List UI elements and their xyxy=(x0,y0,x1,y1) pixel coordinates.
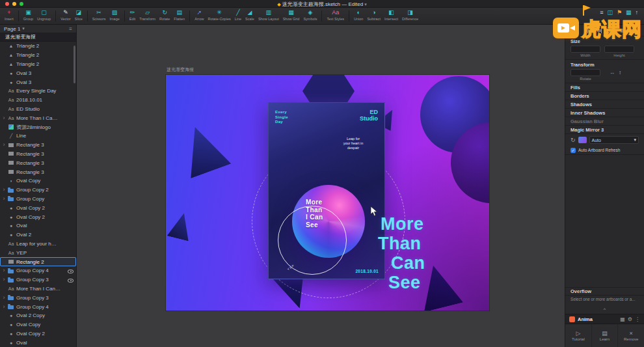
expand-chevron-icon[interactable]: › xyxy=(2,115,6,121)
rotate-input[interactable] xyxy=(570,69,600,76)
layer-row-group-copy-4[interactable]: ›Group Copy 4 xyxy=(0,266,76,275)
expand-chevron-icon[interactable]: › xyxy=(2,268,6,273)
layer-row-rectangle-2[interactable]: Rectangle 2 xyxy=(0,257,76,266)
section-inner-shadows[interactable]: Inner Shadows xyxy=(565,109,644,117)
collapse-chevron-icon[interactable]: ^ xyxy=(565,307,644,314)
page-list-icon[interactable]: ≡ xyxy=(69,26,72,32)
mirror-thumbnail[interactable] xyxy=(578,137,587,143)
artboard[interactable]: EverySingleDay EDStudio Leap foryour hea… xyxy=(166,75,489,311)
layer-row-group-copy-3[interactable]: ›Group Copy 3 xyxy=(0,275,76,285)
page-selector[interactable]: Page 1 ▾ ≡ xyxy=(0,25,76,33)
layer-row-more-than-i-ca[interactable]: ›AaMore Than I Ca… xyxy=(0,113,76,122)
height-input[interactable] xyxy=(604,46,634,53)
layers-scrollbar[interactable] xyxy=(74,46,75,83)
tutorial-button[interactable]: ▷Tutorial xyxy=(565,324,591,347)
layer-row-every-single-day[interactable]: AaEvery Single Day xyxy=(0,87,76,96)
toolbar-line-button[interactable]: ╱Line xyxy=(235,9,241,21)
poster-studio-logo-text[interactable]: EDStudio xyxy=(360,109,378,122)
toolbar-text-styles-button[interactable]: AaText Styles xyxy=(327,9,344,21)
layer-row-group-copy-2[interactable]: ›Group Copy 2 xyxy=(0,186,76,195)
gear-icon[interactable]: ⚙ xyxy=(628,316,632,322)
expand-chevron-icon[interactable]: › xyxy=(2,295,6,301)
learn-button[interactable]: ▤Learn xyxy=(591,324,618,347)
layer-row-oval-copy[interactable]: ●Oval Copy xyxy=(0,320,76,329)
layer-row-group-copy[interactable]: ›Group Copy xyxy=(0,195,76,204)
canvas[interactable]: 迷光渐变海报 EverySingleDay EDStudio Leap fory… xyxy=(77,25,565,347)
toolbar-symbols-button[interactable]: ◈Symbols xyxy=(303,9,317,21)
toolbar-vector-button[interactable]: ✎Vector xyxy=(60,9,71,21)
artboard-title-label[interactable]: 迷光渐变海报 xyxy=(167,66,194,73)
toolbar-slice-button[interactable]: ◪Slice xyxy=(75,9,83,21)
layer-row-rectangle-3[interactable]: Rectangle 3 xyxy=(0,150,76,159)
expand-chevron-icon[interactable]: › xyxy=(2,277,6,283)
toolbar-transform-button[interactable]: ▱Transform xyxy=(139,9,155,21)
expand-chevron-icon[interactable]: › xyxy=(2,304,6,310)
toolbar-scale-button[interactable]: ◢Scale xyxy=(245,9,254,21)
expand-chevron-icon[interactable]: › xyxy=(2,187,6,193)
layer-row-more-than-i-can[interactable]: AaMore Than I Can… xyxy=(0,285,76,294)
section-fills[interactable]: Fills xyxy=(565,83,644,92)
toolbar-rotate-button[interactable]: ↻Rotate xyxy=(159,9,170,21)
layer-row-triangle-2[interactable]: ▲Triangle 2 xyxy=(0,51,76,60)
overflow-section[interactable]: Overflow xyxy=(565,287,644,296)
poster-tagline-text[interactable]: Leap foryour heart indespair xyxy=(329,137,378,150)
toolbar-arrow-button[interactable]: ↗Arrow xyxy=(195,9,204,21)
layer-row-rectangle-3[interactable]: Rectangle 3 xyxy=(0,158,76,167)
layer-row-line[interactable]: ╱Line xyxy=(0,132,76,141)
toolbar-ungroup-button[interactable]: ▢Ungroup xyxy=(37,9,51,21)
section-shadows[interactable]: Shadows xyxy=(565,100,644,109)
poster-date-text[interactable]: 2018.10.01 xyxy=(355,269,379,273)
toolbar-flatten-button[interactable]: ▤Flatten xyxy=(174,9,185,21)
expand-chevron-icon[interactable]: › xyxy=(2,196,6,202)
toolbar-show-grid-button[interactable]: ▦Show Grid xyxy=(283,9,300,21)
layer-row-oval-2-copy[interactable]: ●Oval 2 Copy xyxy=(0,311,76,320)
poster[interactable]: EverySingleDay EDStudio Leap foryour hea… xyxy=(268,102,385,279)
layer-row-triangle-2[interactable]: ▲Triangle 2 xyxy=(0,42,76,51)
title-chevron-icon[interactable]: ▾ xyxy=(364,2,367,7)
toolbar-rotate-copies-button[interactable]: ✳Rotate-Copies xyxy=(208,9,231,21)
layer-row-leap-for-your-h[interactable]: AaLeap for your h… xyxy=(0,240,76,249)
section-gaussian-blur[interactable]: Gaussian Blur xyxy=(565,117,644,126)
layer-row-oval[interactable]: ●Oval xyxy=(0,338,76,347)
toolbar-image-button[interactable]: ▨Image xyxy=(109,9,119,21)
layer-row-oval-copy-2[interactable]: ●Oval Copy 2 xyxy=(0,329,76,339)
toolbar-edit-button[interactable]: ✏Edit xyxy=(129,9,135,21)
toolbar-difference-button[interactable]: ◨Difference xyxy=(402,9,418,21)
layer-row-oval-3[interactable]: ●Oval 3 xyxy=(0,77,76,87)
toolbar-subtract-button[interactable]: ◑Subtract xyxy=(367,9,380,21)
layer-row-oval-copy-2[interactable]: ●Oval Copy 2 xyxy=(0,212,76,221)
layer-row-rectangle-3[interactable]: Rectangle 3 xyxy=(0,167,76,176)
page-chevron-icon[interactable]: ▾ xyxy=(22,26,25,31)
layer-row-oval-2[interactable]: ●Oval 2 xyxy=(0,230,76,240)
layer-row-yep[interactable]: AaYEP xyxy=(0,248,76,257)
toolbar-show-layout-button[interactable]: ▥Show Layout xyxy=(258,9,279,21)
visibility-eye-icon[interactable] xyxy=(68,277,74,283)
layer-row-28minlogo[interactable]: 资源28minlogo xyxy=(0,122,76,132)
layer-row-oval-copy-2[interactable]: ●Oval Copy 2 xyxy=(0,203,76,212)
remove-button[interactable]: ×Remove xyxy=(617,324,644,347)
layer-row-rectangle-3[interactable]: ›Rectangle 3 xyxy=(0,141,76,150)
more-icon[interactable]: ⋮ xyxy=(635,316,640,322)
auto-refresh-checkbox[interactable]: ✓ xyxy=(570,148,576,153)
section-borders[interactable]: Borders xyxy=(565,92,644,100)
refresh-icon[interactable]: ↻ xyxy=(570,137,576,143)
toolbar-group-button[interactable]: ▣Group xyxy=(23,9,33,21)
grid-icon[interactable]: ▦ xyxy=(620,316,625,322)
visibility-eye-icon[interactable] xyxy=(68,268,74,273)
layer-row-oval-3[interactable]: ●Oval 3 xyxy=(0,68,76,77)
poster-headline-text[interactable]: MoreThanI CanSee xyxy=(306,199,323,229)
big-headline-text[interactable]: MoreThanCanSee xyxy=(378,214,425,292)
flip-horizontal-icon[interactable]: ↔ xyxy=(610,70,615,76)
magic-mirror-section[interactable]: Magic Mirror 3 xyxy=(565,126,644,134)
layer-row-triangle-2[interactable]: ▲Triangle 2 xyxy=(0,60,76,69)
toolbar-scissors-button[interactable]: ✂Scissors xyxy=(92,9,106,21)
width-input[interactable] xyxy=(570,46,600,53)
layer-row-2018-10-01[interactable]: Aa2018.10.01 xyxy=(0,96,76,105)
flip-vertical-icon[interactable]: ↕ xyxy=(619,70,621,76)
layer-row-ed-studio[interactable]: AaED Studio xyxy=(0,105,76,114)
poster-series-text[interactable]: EverySingleDay xyxy=(275,110,288,125)
expand-chevron-icon[interactable]: › xyxy=(2,142,6,148)
layer-row-oval[interactable]: ●Oval xyxy=(0,221,76,230)
toolbar-insert-button[interactable]: +Insert xyxy=(5,9,14,21)
toolbar-union-button[interactable]: ◐Union xyxy=(354,9,363,21)
